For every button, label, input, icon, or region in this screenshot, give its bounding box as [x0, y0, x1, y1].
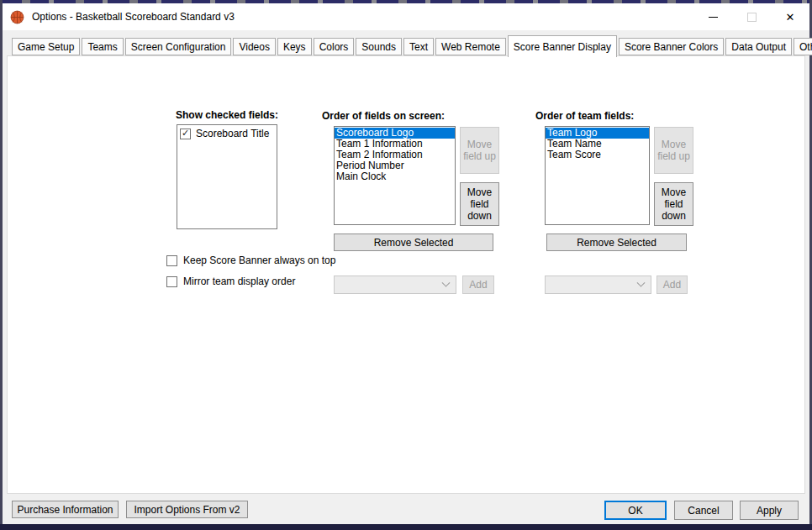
team-move-field-up-button: Move field up: [654, 127, 693, 174]
checkbox-label: Keep Score Banner always on top: [183, 255, 335, 266]
cancel-button[interactable]: Cancel: [674, 501, 733, 520]
score-banner-display-panel: Show checked fields: Scoreboard Title Or…: [7, 55, 805, 494]
close-icon: ✕: [786, 12, 795, 23]
minimize-icon: [709, 17, 718, 18]
screen-field-item[interactable]: Main Clock: [335, 171, 455, 182]
chevron-down-icon: [442, 278, 451, 286]
tab[interactable]: Text: [403, 38, 434, 55]
minimize-button[interactable]: [693, 3, 732, 30]
screen-fields-list[interactable]: Scoreboard LogoTeam 1 InformationTeam 2 …: [334, 126, 456, 225]
window-border-left: [0, 0, 3, 530]
tab[interactable]: Videos: [233, 38, 275, 55]
options-dialog: Options - Basketball Scoreboard Standard…: [0, 0, 812, 530]
tab[interactable]: Teams: [82, 38, 123, 55]
team-add-button: Add: [656, 275, 688, 294]
checked-field-item[interactable]: Scoreboard Title: [177, 126, 277, 139]
order-fields-screen-label: Order of fields on screen:: [322, 110, 445, 122]
screen-move-field-up-button: Move field up: [460, 127, 499, 174]
tab[interactable]: Screen Configuration: [125, 38, 232, 55]
option-checkbox-row[interactable]: Mirror team display order: [166, 275, 335, 287]
window-title: Options - Basketball Scoreboard Standard…: [32, 11, 235, 23]
ok-button[interactable]: OK: [604, 501, 667, 520]
team-add-field-combobox: [545, 275, 651, 294]
caption-buttons: ✕: [693, 3, 809, 30]
checkbox-label: Mirror team display order: [183, 275, 295, 287]
tab[interactable]: Sounds: [356, 38, 402, 55]
tab[interactable]: Score Banner Colors: [619, 38, 724, 55]
tab[interactable]: Other: [794, 38, 812, 55]
team-remove-selected-button[interactable]: Remove Selected: [546, 234, 687, 251]
tab-strip: Game SetupTeamsScreen ConfigurationVideo…: [12, 35, 812, 57]
tab[interactable]: Score Banner Display: [508, 35, 617, 57]
checkbox-unchecked-icon[interactable]: [166, 255, 177, 266]
screen-add-button: Add: [462, 275, 494, 294]
basketball-icon: [10, 10, 24, 24]
team-field-item[interactable]: Team Score: [546, 150, 649, 160]
maximize-button: [732, 3, 771, 30]
chevron-down-icon: [637, 278, 646, 286]
tab[interactable]: Keys: [277, 38, 312, 55]
screen-remove-selected-button[interactable]: Remove Selected: [334, 234, 493, 251]
checkbox-checked-icon[interactable]: [180, 129, 191, 139]
window-border-bottom: [0, 524, 812, 530]
screen-move-field-down-button[interactable]: Move field down: [460, 182, 499, 226]
option-checkbox-row[interactable]: Keep Score Banner always on top: [166, 255, 335, 266]
apply-button[interactable]: Apply: [740, 501, 799, 520]
import-options-from-v2-button[interactable]: Import Options From v2: [126, 501, 248, 518]
tab[interactable]: Game Setup: [12, 38, 80, 55]
show-checked-fields-label: Show checked fields:: [160, 109, 294, 121]
title-bar[interactable]: Options - Basketball Scoreboard Standard…: [3, 3, 809, 30]
checkbox-unchecked-icon[interactable]: [166, 276, 177, 287]
purchase-information-button[interactable]: Purchase Information: [12, 501, 119, 518]
banner-options: Keep Score Banner always on topMirror te…: [166, 255, 335, 296]
order-team-fields-label: Order of team fields:: [535, 110, 634, 122]
tab[interactable]: Web Remote: [435, 38, 506, 55]
close-button[interactable]: ✕: [771, 3, 809, 30]
screen-add-field-combobox: [334, 275, 456, 294]
checkbox-label: Scoreboard Title: [196, 128, 269, 139]
tab[interactable]: Data Output: [725, 38, 792, 55]
checked-fields-list[interactable]: Scoreboard Title: [177, 124, 277, 229]
team-fields-list[interactable]: Team LogoTeam NameTeam Score: [545, 126, 650, 225]
maximize-icon: [747, 13, 757, 22]
team-move-field-down-button[interactable]: Move field down: [654, 182, 693, 226]
tab[interactable]: Colors: [314, 38, 355, 55]
